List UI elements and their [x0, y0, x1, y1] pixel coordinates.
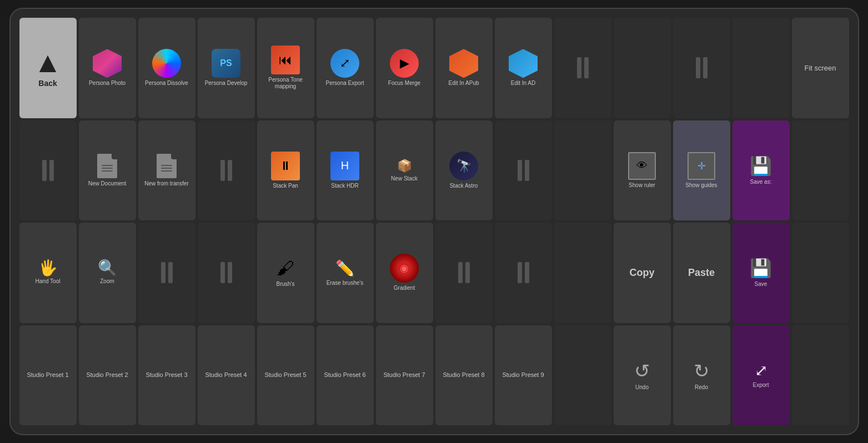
studio-preset-8-label: Studio Preset 8	[443, 371, 484, 379]
show-ruler-icon: 👁	[628, 152, 656, 180]
save-as-button[interactable]: 💾 Save as:	[732, 120, 790, 221]
new-stack-button[interactable]: 📦 New Stack	[376, 120, 433, 221]
hand-tool-icon: 🖐	[38, 260, 58, 276]
separator-r3c8	[435, 223, 493, 323]
separator-2	[614, 18, 671, 118]
persona-export-icon: ⤢	[330, 49, 359, 78]
edit-in-ad-button[interactable]: Edit In AD	[495, 18, 552, 118]
hand-tool-button[interactable]: 🖐 Hand Tool	[19, 223, 77, 323]
stack-astro-label: Stack Astro	[450, 183, 478, 189]
studio-preset-8-button[interactable]: Studio Preset 8	[435, 325, 493, 426]
studio-preset-5-button[interactable]: Studio Preset 5	[257, 325, 314, 426]
stack-pan-label: Stack Pan	[273, 183, 298, 189]
erase-brushes-button[interactable]: ✏️ Erase brushe's	[317, 223, 374, 323]
new-stack-label: New Stack	[391, 175, 418, 182]
pause-icon-r2c1	[42, 159, 54, 182]
brushes-label: Brush's	[276, 281, 294, 288]
pause-icon-r2c9	[518, 159, 529, 182]
hand-tool-label: Hand Tool	[36, 278, 61, 285]
focus-merge-button[interactable]: ▶ Focus Merge	[376, 18, 433, 118]
studio-preset-5-label: Studio Preset 5	[264, 371, 306, 379]
show-guides-icon: ✛	[688, 152, 715, 180]
stack-hdr-button[interactable]: H Stack HDR	[317, 120, 374, 221]
show-guides-label: Show guides	[685, 182, 717, 189]
persona-photo-icon	[93, 49, 122, 78]
new-stack-icon: 📦	[397, 159, 412, 173]
back-label: Back	[38, 79, 57, 88]
persona-dissolve-label: Persona Dissolve	[145, 80, 188, 87]
pause-icon-1	[577, 57, 589, 79]
studio-preset-7-button[interactable]: Studio Preset 7	[376, 325, 433, 426]
fit-screen-button[interactable]: Fit screen	[792, 18, 849, 118]
brushes-button[interactable]: 🖌 Brush's	[257, 223, 314, 323]
show-guides-button[interactable]: ✛ Show guides	[673, 120, 730, 221]
studio-preset-1-label: Studio Preset 1	[27, 371, 68, 379]
brushes-icon: 🖌	[277, 258, 294, 279]
separator-3	[673, 18, 730, 118]
save-label: Save	[755, 281, 767, 288]
studio-preset-4-button[interactable]: Studio Preset 4	[198, 325, 255, 426]
redo-button[interactable]: ↻ Redo	[673, 325, 730, 426]
copy-button[interactable]: Copy	[614, 223, 671, 323]
export-icon: ⤢	[755, 361, 767, 380]
studio-preset-3-button[interactable]: Studio Preset 3	[138, 325, 195, 426]
studio-preset-6-button[interactable]: Studio Preset 6	[317, 325, 374, 426]
studio-preset-3-label: Studio Preset 3	[145, 371, 187, 379]
paste-button[interactable]: Paste	[673, 223, 730, 323]
zoom-button[interactable]: 🔍 Zoom	[79, 223, 136, 323]
stack-pan-button[interactable]: ⏸ Stack Pan	[257, 120, 314, 221]
separator-r3c4	[198, 223, 255, 323]
save-as-icon: 💾	[750, 155, 772, 177]
export-label: Export	[753, 382, 769, 389]
save-button[interactable]: 💾 Save	[732, 223, 790, 323]
new-doc-icon	[97, 154, 117, 178]
studio-preset-9-label: Studio Preset 9	[502, 371, 544, 379]
separator-r2c9	[495, 120, 552, 221]
persona-export-button[interactable]: ⤢ Persona Export	[317, 18, 374, 118]
zoom-label: Zoom	[100, 278, 114, 285]
new-from-transfer-label: New from transfer	[144, 180, 188, 187]
pause-icon-r2c4	[220, 159, 232, 182]
transfer-doc-icon	[157, 154, 177, 178]
edit-in-apub-button[interactable]: Edit In APub	[435, 18, 493, 118]
studio-preset-2-button[interactable]: Studio Preset 2	[79, 325, 136, 426]
stack-pan-icon: ⏸	[271, 152, 300, 180]
show-ruler-label: Show ruler	[629, 182, 655, 189]
studio-preset-1-button[interactable]: Studio Preset 1	[19, 325, 77, 426]
paste-label-text: Paste	[688, 267, 715, 279]
persona-develop-label: Persona Develop	[205, 80, 248, 87]
export-button[interactable]: ⤢ Export	[732, 325, 790, 426]
erase-icon: ✏️	[335, 259, 355, 278]
stack-hdr-label: Stack HDR	[331, 183, 358, 189]
redo-label: Redo	[695, 384, 708, 391]
button-grid: ▲ Back Persona Photo Persona Dissolve PS…	[19, 18, 849, 425]
new-from-transfer-button[interactable]: New from transfer	[138, 120, 195, 221]
persona-develop-button[interactable]: PS Persona Develop	[198, 18, 255, 118]
device-frame: ▲ Back Persona Photo Persona Dissolve PS…	[9, 8, 859, 435]
persona-tone-button[interactable]: ⏮ Persona Tone mapping	[257, 18, 314, 118]
edit-apub-icon	[449, 49, 478, 78]
new-document-button[interactable]: New Document	[79, 120, 136, 221]
back-button[interactable]: ▲ Back	[19, 18, 77, 118]
edit-apub-label: Edit In APub	[448, 80, 479, 87]
undo-button[interactable]: ↺ Undo	[614, 325, 671, 426]
persona-develop-icon: PS	[212, 49, 240, 78]
studio-preset-9-button[interactable]: Studio Preset 9	[495, 325, 552, 426]
persona-photo-button[interactable]: Persona Photo	[79, 18, 136, 118]
separator-r3c14	[792, 223, 849, 323]
save-as-label: Save as:	[750, 179, 772, 185]
separator-r2c10	[554, 120, 611, 221]
undo-icon: ↺	[634, 360, 650, 382]
gradient-button[interactable]: ◉ Gradient	[376, 223, 433, 323]
separator-r4c10	[554, 325, 611, 426]
separator-r3c3	[138, 223, 195, 323]
focus-merge-label: Focus Merge	[388, 80, 420, 87]
zoom-icon: 🔍	[98, 260, 117, 276]
back-arrow-icon: ▲	[33, 48, 62, 77]
stack-astro-button[interactable]: 🔭 Stack Astro	[435, 120, 493, 221]
show-ruler-button[interactable]: 👁 Show ruler	[614, 120, 671, 221]
persona-dissolve-button[interactable]: Persona Dissolve	[138, 18, 195, 118]
focus-merge-icon: ▶	[390, 49, 419, 78]
stack-hdr-icon: H	[330, 152, 359, 180]
studio-preset-6-label: Studio Preset 6	[324, 371, 365, 379]
